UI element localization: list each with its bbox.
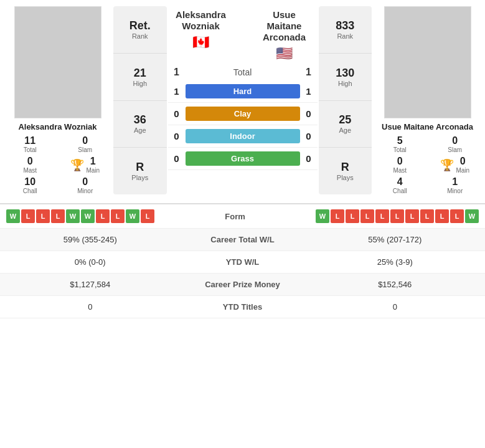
- left-stat-mast: 0 Mast: [6, 156, 54, 174]
- left-player-photo: [14, 6, 101, 118]
- form-badge-left: L: [111, 209, 125, 223]
- total-row: 1 Total 1: [168, 62, 318, 80]
- form-badge-left: L: [141, 209, 154, 223]
- surface-row-grass: 0 Grass 0: [168, 148, 318, 170]
- form-badge-right: L: [331, 209, 344, 223]
- form-badge-right: L: [375, 209, 389, 223]
- form-badge-right: W: [465, 209, 479, 223]
- right-stat-mast: 0 Mast: [376, 156, 424, 174]
- main-container: Aleksandra Wozniak 11 Total 0 Slam 0 Mas…: [0, 0, 485, 318]
- surface-row-hard: 1 Hard 1: [168, 80, 318, 103]
- left-stat-slam: 0 Slam: [62, 135, 110, 153]
- left-trophy-main: 🏆 1 Main: [62, 156, 110, 174]
- right-age-row: 25 Age: [319, 101, 372, 148]
- form-badge-left: L: [21, 209, 35, 223]
- right-player-card: Usue Maitane Arconada 5 Total 0 Slam 0 M…: [373, 6, 482, 194]
- left-player-stats: 11 Total 0 Slam 0 Mast 🏆 1 Main: [3, 135, 112, 194]
- form-badge-right: L: [346, 209, 359, 223]
- top-section: Aleksandra Wozniak 11 Total 0 Slam 0 Mas…: [0, 0, 485, 201]
- surface-rows: 1 Hard 1 0 Clay 0 0 Indoor 0 0 Grass 0: [168, 80, 318, 170]
- bottom-section: WLLLWWLLWL Form WLLLLLLLLLW 59% (355-245…: [0, 203, 485, 318]
- form-badge-left: L: [36, 209, 50, 223]
- left-high-row: 21 High: [113, 54, 167, 101]
- form-row: WLLLWWLLWL Form WLLLLLLLLLW: [0, 204, 485, 229]
- right-plays-row: R Plays: [319, 148, 372, 194]
- right-form-badges: WLLLLLLLLLW: [316, 209, 479, 223]
- right-stat-chall: 4 Chall: [376, 176, 424, 194]
- left-age-row: 36 Age: [113, 101, 167, 148]
- left-form-badges: WLLLWWLLWL: [6, 209, 154, 223]
- form-badge-left: W: [81, 209, 95, 223]
- form-badge-right: L: [435, 209, 449, 223]
- center-left-header: Aleksandra Wozniak 🇨🇦: [173, 9, 229, 50]
- right-stat-slam: 0 Slam: [431, 135, 479, 153]
- right-rank-row: 833 Rank: [319, 6, 372, 54]
- right-player-stats: 5 Total 0 Slam 0 Mast 🏆 0 Main: [373, 135, 482, 194]
- left-stat-total: 11 Total: [6, 135, 54, 153]
- left-detail-panel: Ret. Rank 21 High 36 Age R Plays: [113, 6, 167, 194]
- form-badge-right: L: [405, 209, 419, 223]
- form-badge-left: W: [66, 209, 80, 223]
- left-player-name: Aleksandra Wozniak: [18, 122, 97, 131]
- left-stat-minor: 0 Minor: [62, 176, 110, 194]
- left-player-card: Aleksandra Wozniak 11 Total 0 Slam 0 Mas…: [3, 6, 112, 194]
- form-badge-right: L: [360, 209, 374, 223]
- left-rank-row: Ret. Rank: [113, 6, 167, 54]
- form-badge-left: L: [96, 209, 110, 223]
- left-plays-row: R Plays: [113, 148, 167, 194]
- form-badge-right: W: [316, 209, 329, 223]
- form-badge-left: W: [6, 209, 20, 223]
- right-stat-minor: 1 Minor: [431, 176, 479, 194]
- left-trophy-icon: 🏆: [70, 158, 84, 172]
- center-right-header: Usue Maitane Arconada 🇺🇸: [257, 9, 313, 62]
- right-trophy-main: 🏆 0 Main: [431, 156, 479, 174]
- form-badge-right: L: [390, 209, 404, 223]
- stats-row-1: 0% (0-0) YTD W/L 25% (3-9): [0, 251, 485, 274]
- stats-row-0: 59% (355-245) Career Total W/L 55% (207-…: [0, 229, 485, 251]
- form-badge-right: L: [450, 209, 464, 223]
- form-badge-right: L: [420, 209, 434, 223]
- right-trophy-icon: 🏆: [440, 158, 454, 172]
- right-high-row: 130 High: [319, 54, 372, 101]
- form-badge-left: W: [126, 209, 139, 223]
- stats-row-3: 0 YTD Titles 0: [0, 296, 485, 318]
- right-player-photo: [384, 6, 471, 118]
- form-badge-left: L: [51, 209, 65, 223]
- stats-row-2: $1,127,584 Career Prize Money $152,546: [0, 274, 485, 296]
- left-stat-chall: 10 Chall: [6, 176, 54, 194]
- right-stat-total: 5 Total: [376, 135, 424, 153]
- surface-row-indoor: 0 Indoor 0: [168, 125, 318, 148]
- surface-row-clay: 0 Clay 0: [168, 103, 318, 125]
- right-player-name: Usue Maitane Arconada: [382, 122, 473, 131]
- stats-rows: 59% (355-245) Career Total W/L 55% (207-…: [0, 229, 485, 318]
- right-detail-panel: 833 Rank 130 High 25 Age R Plays: [319, 6, 372, 194]
- center-panel: Aleksandra Wozniak 🇨🇦 Usue Maitane Arcon…: [168, 6, 318, 194]
